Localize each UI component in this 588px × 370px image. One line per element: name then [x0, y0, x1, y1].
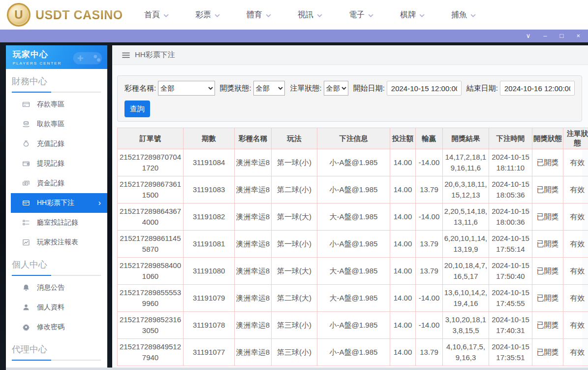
cell: 20,6,3,18,11,15,12,13 — [443, 176, 489, 203]
cell: 2152172898707041720 — [118, 149, 184, 176]
sidebar-item-label: 消息公告 — [37, 283, 64, 292]
order-status-select[interactable]: 全部 — [324, 81, 348, 96]
sidebar-item-label: 充值記錄 — [37, 139, 64, 148]
sidebar-item-資金記錄[interactable]: 資金記錄 — [6, 173, 107, 193]
start-date-input[interactable] — [387, 81, 462, 96]
column-header: 投注額 — [390, 128, 416, 149]
cell: 小-A盤@1.985 — [317, 231, 390, 258]
cell: 3,10,20,18,13,8,15,5 — [443, 312, 489, 339]
close-icon[interactable]: × — [576, 30, 580, 42]
sidebar-item-廳室投註記錄[interactable]: 廳室投註記錄 — [6, 213, 107, 233]
cell: -14.00 — [416, 203, 443, 231]
cell: 14.00 — [390, 203, 416, 231]
nav-item[interactable]: 棋牌 — [387, 0, 438, 30]
cell: 第一球(大) — [272, 203, 317, 231]
end-date-input[interactable] — [500, 81, 575, 96]
table-row: 215217289852316305031191078澳洲幸运8第三球(小)小-… — [118, 312, 588, 339]
cell: 2024-10-15 18:00:36 — [489, 203, 532, 231]
cell: 第一球(小) — [272, 149, 317, 176]
cell: 2024-10-15 18:11:10 — [489, 149, 532, 176]
cell: 6,20,10,1,14,13,19,9 — [443, 231, 489, 258]
column-header: 開獎狀態 — [532, 128, 563, 149]
cell: 13,6,10,14,2,19,4,16 — [443, 285, 489, 312]
cell: 已開獎 — [532, 312, 563, 339]
section-underline — [12, 92, 101, 93]
sidebar-item-個人資料[interactable]: 個人資料 — [6, 298, 107, 317]
cell: 31191079 — [184, 285, 235, 312]
cell: 澳洲幸运8 — [235, 312, 272, 339]
cell: -14.00 — [416, 312, 443, 339]
nav-item-label: 棋牌 — [400, 10, 416, 20]
cell: 澳洲幸运8 — [235, 149, 272, 176]
sidebar-item-提現記錄[interactable]: 提現記錄 — [6, 154, 107, 173]
filter-panel: 彩種名稱: 全部 開獎狀態: 全部 注單狀態: 全部 開始日期: 結束日期: 查… — [117, 75, 582, 122]
sidebar-section-title: 代理中心 — [6, 343, 107, 355]
sidebar-item-取款專區[interactable]: 取款專區 — [6, 114, 107, 134]
cell: 2024-10-15 17:35:51 — [489, 339, 532, 366]
nav-item-label: 彩票 — [195, 10, 211, 20]
draw-status-select[interactable]: 全部 — [253, 81, 285, 96]
cell: 4,10,6,17,5,9,16,3 — [443, 339, 489, 366]
collapse-icon[interactable]: ∨ — [526, 30, 531, 42]
sidebar-section-title: 個人中心 — [6, 259, 107, 270]
funds-icon — [22, 179, 30, 187]
maximize-icon[interactable]: □ — [560, 30, 564, 42]
sidebar-item-HH彩票下注[interactable]: HH彩票下注› — [11, 193, 107, 213]
cell: 大-A盤@1.985 — [317, 203, 390, 231]
nav-item[interactable]: 體育 — [233, 0, 284, 30]
sidebar-item-充值記錄[interactable]: 充值記錄 — [6, 134, 107, 154]
chevron-right-icon: › — [98, 199, 101, 207]
sidebar-item-存款專區[interactable]: 存款專區 — [6, 95, 107, 114]
cell: 小-A盤@1.985 — [317, 176, 390, 203]
sidebar-item-消息公告[interactable]: 消息公告 — [6, 278, 107, 298]
withdraw-icon — [22, 120, 30, 128]
horizontal-scrollbar[interactable] — [6, 368, 588, 370]
column-header: 輸贏 — [416, 128, 443, 149]
nav-item-label: 捕魚 — [451, 10, 467, 20]
cell: 2152172898584001060 — [118, 258, 184, 285]
minimize-icon[interactable]: – — [543, 30, 547, 42]
cell: 有效 — [563, 258, 588, 285]
cell: 31191078 — [184, 312, 235, 339]
cell: 第二球(小) — [272, 176, 317, 203]
cell: 澳洲幸运8 — [235, 231, 272, 258]
table-row: 215217289855553996031191079澳洲幸运8第二球(大)大-… — [118, 285, 588, 312]
cell: 大-A盤@1.985 — [317, 258, 390, 285]
cell: 13.79 — [416, 339, 443, 366]
cell: 2024-10-15 17:55:14 — [489, 231, 532, 258]
column-header: 訂單號 — [118, 128, 184, 149]
nav-item[interactable]: 電子 — [336, 0, 387, 30]
cell: 2024-10-15 17:50:40 — [489, 258, 532, 285]
nav-item-label: 電子 — [349, 10, 365, 20]
cell: 2152172898523163050 — [118, 312, 184, 339]
chevron-down-icon — [266, 10, 271, 19]
nav-item[interactable]: 首頁 — [131, 0, 182, 30]
cell: -14.00 — [416, 285, 443, 312]
column-header: 下注信息 — [317, 128, 390, 149]
cell: 澳洲幸运8 — [235, 339, 272, 366]
cell: 已開獎 — [532, 285, 563, 312]
window-controls: ∨–□× — [526, 30, 580, 42]
sidebar-item-label: 玩家投注報表 — [37, 238, 78, 247]
search-button[interactable]: 查詢 — [124, 101, 150, 117]
cell: 31191083 — [184, 176, 235, 203]
cell: 2152172898643674000 — [118, 203, 184, 231]
cell: 有效 — [563, 312, 588, 339]
column-header: 下注時間 — [489, 128, 532, 149]
content-area: 彩種名稱: 全部 開獎狀態: 全部 注單狀態: 全部 開始日期: 結束日期: 查… — [112, 66, 588, 370]
lottery-select[interactable]: 全部 — [158, 81, 215, 96]
nav-item[interactable]: 視訊 — [284, 0, 336, 30]
cell: 澳洲幸运8 — [235, 258, 272, 285]
nav-item[interactable]: 彩票 — [182, 0, 233, 30]
column-header: 玩法 — [272, 128, 317, 149]
sidebar-header: 玩家中心 PLAYERS CENTER — [6, 45, 107, 69]
sidebar-item-玩家投注報表[interactable]: 玩家投注報表 — [6, 233, 107, 252]
nav-item[interactable]: 捕魚 — [438, 0, 489, 30]
cell: 已開獎 — [532, 149, 563, 176]
sidebar-item-修改密碼[interactable]: 修改密碼 — [6, 317, 107, 337]
cell: 第二球(大) — [272, 285, 317, 312]
menu-icon[interactable] — [122, 52, 130, 58]
room-list-icon — [22, 219, 30, 227]
cell: 14.00 — [390, 149, 416, 176]
cell: 2152172898611455870 — [118, 231, 184, 258]
